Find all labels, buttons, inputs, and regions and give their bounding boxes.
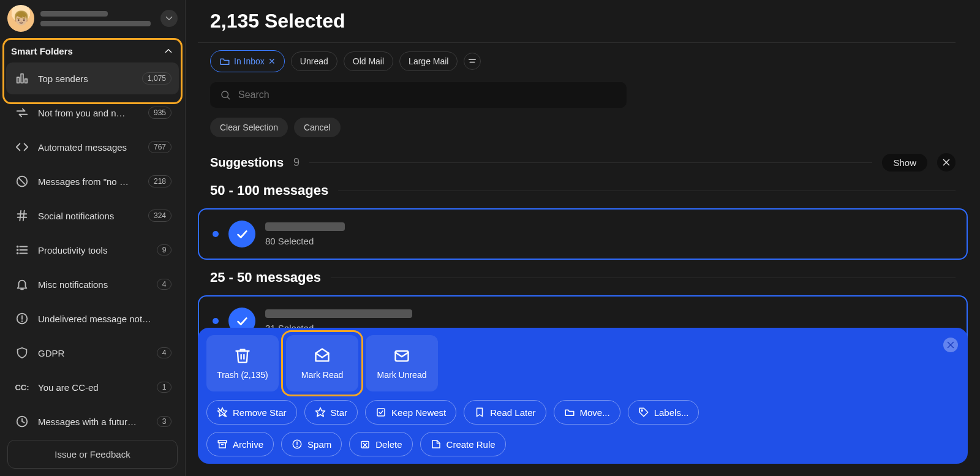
selection-actions: Clear Selection Cancel [186,118,980,145]
svg-point-16 [22,321,23,322]
trash-icon [234,347,251,364]
spam-button[interactable]: Spam [281,432,342,456]
count-badge: 218 [148,175,172,187]
filter-chip-old-mail[interactable]: Old Mail [344,51,393,71]
star-icon [315,407,326,418]
account-row[interactable]: 👦🏼 [0,0,185,37]
clear-selection-button[interactable]: Clear Selection [210,118,288,137]
chip-label: In Inbox [234,57,265,66]
remove-star-button[interactable]: Remove Star [206,400,297,425]
feedback-button[interactable]: Issue or Feedback [7,440,178,469]
filter-chip-in-inbox[interactable]: In Inbox ✕ [210,50,285,72]
group-header-25-50: 25 - 50 messages [186,265,980,290]
shield-icon [13,344,31,361]
main-header: 2,135 Selected [186,0,980,39]
keep-newest-button[interactable]: Keep Newest [365,400,456,425]
chevron-down-icon [164,13,175,24]
group-header-50-100: 50 - 100 messages [186,178,980,203]
chip-label: Unread [300,57,328,66]
mail-icon [393,347,410,364]
sidebar-item-automated[interactable]: Automated messages 767 [6,131,179,163]
svg-point-13 [17,253,18,254]
bulk-action-bar: Trash (2,135) Mark Read Mark Unread Remo… [198,328,968,464]
sidebar-item-cc[interactable]: CC: You are CC-ed 1 [6,371,179,403]
rule-icon [431,439,442,450]
sidebar-item-top-senders[interactable]: Top senders 1,075 [6,62,179,94]
dismiss-suggestions-button[interactable] [937,153,956,172]
delete-button[interactable]: Delete [349,432,412,456]
show-suggestions-button[interactable]: Show [882,154,927,172]
svg-rect-32 [218,440,227,443]
svg-point-20 [222,91,228,98]
svg-point-12 [17,249,18,251]
close-action-bar-button[interactable] [943,338,958,352]
create-rule-button[interactable]: Create Rule [420,432,506,456]
button-label: Archive [233,439,263,450]
archive-button[interactable]: Archive [206,432,274,456]
searchbar[interactable] [210,82,627,108]
tag-icon [638,407,649,418]
sidebar-section-title: Smart Folders [11,46,73,56]
svg-line-6 [20,211,21,221]
svg-point-11 [17,246,18,247]
divider [331,278,956,278]
group-title-text: 50 - 100 messages [210,183,328,198]
cancel-button[interactable]: Cancel [294,118,341,137]
suggestions-count: 9 [293,156,300,169]
spam-icon [292,439,303,450]
hash-icon [13,207,31,224]
sidebar-item-not-from-you[interactable]: Not from you and n… 935 [6,97,179,129]
labels-button[interactable]: Labels... [628,400,699,425]
folder-label: Automated messages [38,142,141,153]
button-label: Move... [580,407,610,418]
folder-label: Social notifications [38,211,141,221]
more-filters-button[interactable] [464,53,481,70]
search-icon [220,89,231,100]
close-icon [945,339,956,350]
sidebar-item-social[interactable]: Social notifications 324 [6,200,179,232]
mark-unread-button[interactable]: Mark Unread [366,335,438,391]
sidebar-item-no-reply[interactable]: Messages from "no … 218 [6,165,179,197]
sender-row[interactable]: 80 Selected [198,208,968,260]
list-icon [13,241,31,259]
selection-checkbox[interactable] [228,221,255,247]
read-later-button[interactable]: Read Later [464,400,546,425]
button-label: Mark Read [301,370,343,380]
mark-read-button[interactable]: Mark Read [286,335,358,391]
delete-icon [360,439,371,450]
account-chevron-button[interactable] [160,10,178,27]
account-lines [40,11,154,26]
sidebar-item-future[interactable]: Messages with a futur… 3 [6,406,179,433]
svg-line-7 [23,211,24,221]
filter-chip-unread[interactable]: Unread [291,51,337,71]
svg-rect-0 [17,77,20,83]
count-badge: 4 [157,347,172,358]
row-text: 80 Selected [265,222,953,246]
skeleton-line [40,21,151,26]
folder-label: GDPR [38,348,149,358]
sidebar-item-productivity[interactable]: Productivity tools 9 [6,234,179,266]
sidebar-section-header[interactable]: Smart Folders [0,37,185,62]
trash-button[interactable]: Trash (2,135) [206,335,279,391]
button-label: Spam [307,439,331,450]
remove-filter-icon[interactable]: ✕ [268,57,276,66]
keep-icon [375,407,386,418]
main: 2,135 Selected In Inbox ✕ Unread Old Mai… [186,0,980,476]
primary-actions: Trash (2,135) Mark Read Mark Unread [206,335,438,391]
button-label: Star [331,407,348,418]
move-button[interactable]: Move... [554,400,620,425]
count-badge: 4 [157,279,172,290]
sidebar: 👦🏼 Smart Folders Top senders 1,075 Not f… [0,0,186,476]
archive-icon [217,439,228,450]
suggestions-header: Suggestions 9 Show [186,145,980,178]
avatar: 👦🏼 [7,5,34,32]
star-button[interactable]: Star [304,400,358,425]
count-badge: 767 [148,141,172,153]
folder-label: Messages from "no … [38,176,141,187]
filter-chip-large-mail[interactable]: Large Mail [399,51,458,71]
search-input[interactable] [238,89,617,100]
sidebar-item-misc[interactable]: Misc notifications 4 [6,268,179,300]
sidebar-item-undelivered[interactable]: Undelivered message not… [6,303,179,334]
sidebar-item-gdpr[interactable]: GDPR 4 [6,337,179,369]
count-badge: 1 [157,382,172,393]
